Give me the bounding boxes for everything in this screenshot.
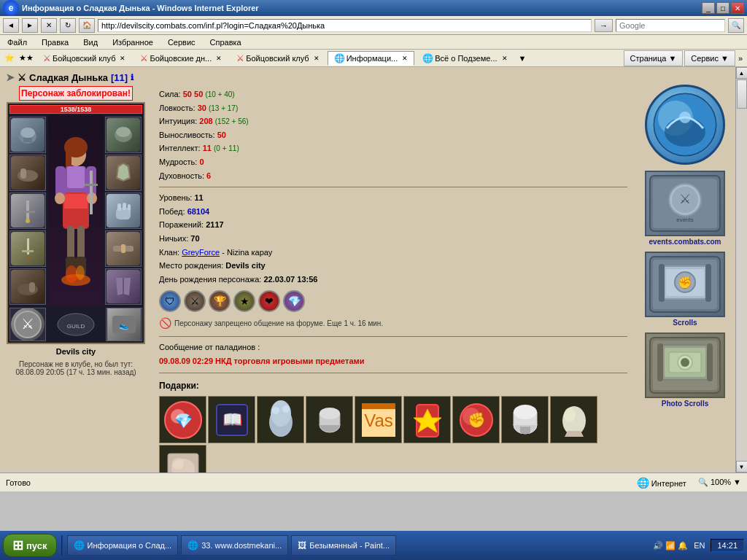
title-bar-controls: _ □ ✕ [702, 2, 744, 14]
equip-gloves[interactable] [105, 192, 142, 229]
window-title: Информация о Сладкая Дынька - Windows In… [22, 4, 259, 12]
back-button[interactable]: ◄ [3, 18, 19, 33]
toolbar-options[interactable]: » [737, 52, 744, 64]
equip-weapon[interactable] [9, 192, 46, 229]
equip-dagger[interactable] [9, 230, 46, 267]
svg-rect-19 [64, 194, 88, 209]
close-button[interactable]: ✕ [731, 2, 744, 14]
tab-active[interactable]: 🌐 Информаци... ✕ [328, 51, 415, 66]
taskbar-ie[interactable]: 🌐 Информация о Слад... [67, 535, 179, 556]
badge-4[interactable]: ★ [233, 290, 255, 312]
equip-belt[interactable] [105, 230, 142, 267]
gift-8[interactable] [501, 396, 549, 443]
clan-link[interactable]: GreyForce [182, 248, 220, 257]
search-input[interactable] [616, 19, 725, 32]
taskbar-dostek[interactable]: 🌐 33. www.dostmekani... [181, 535, 288, 556]
svg-rect-102 [657, 343, 663, 381]
service-button[interactable]: Сервис ▼ [684, 50, 735, 66]
equip-armor[interactable] [105, 155, 142, 191]
char-city: Devils city [53, 344, 98, 359]
forward-button[interactable]: ► [22, 18, 38, 33]
menu-file[interactable]: Файл [3, 36, 31, 48]
refresh-button[interactable]: ↻ [60, 18, 76, 33]
svg-point-80 [679, 112, 691, 123]
banner-events[interactable]: ⚔ events events.combats.com [638, 171, 732, 246]
tabs-bar: ⭐ ★★ ⚔ Бойцовский клуб ✕ ⚔ Бойцовские дн… [0, 50, 747, 67]
svg-text:👟: 👟 [119, 320, 129, 330]
equip-helmet[interactable] [9, 117, 46, 153]
badge-6[interactable]: 💎 [283, 290, 305, 312]
equip-shoulder[interactable] [105, 117, 142, 153]
tab-fav-3[interactable]: ⚔ Бойцовский клуб ✕ [230, 51, 325, 66]
svg-point-7 [26, 219, 30, 223]
equip-shoes-left[interactable] [9, 155, 46, 191]
scroll-down-button[interactable]: ▼ [736, 461, 748, 472]
stop-button[interactable]: ✕ [41, 18, 57, 33]
equip-pants[interactable] [105, 268, 142, 305]
equip-amulet[interactable]: ⚔ [9, 308, 46, 341]
svg-rect-20 [55, 166, 66, 197]
gift-6[interactable] [403, 396, 451, 443]
menu-help[interactable]: Справка [206, 36, 246, 48]
menu-edit[interactable]: Правка [37, 36, 73, 48]
stat-wisdom: Мудрость: 0 [159, 156, 627, 169]
scroll-up-button[interactable]: ▲ [736, 67, 748, 79]
search-go-button[interactable]: 🔍 [728, 18, 744, 33]
home-button[interactable]: 🏠 [79, 18, 95, 33]
svg-text:📖: 📖 [222, 410, 242, 429]
svg-point-72 [564, 408, 576, 422]
gift-9[interactable] [550, 396, 597, 443]
menu-tools[interactable]: Сервис [163, 36, 200, 48]
page-button[interactable]: Страница ▼ [624, 50, 684, 66]
badge-5[interactable]: ❤ [258, 290, 280, 312]
gift-5[interactable]: Vas [355, 396, 402, 443]
add-tab-button[interactable]: ⭐ [3, 52, 16, 64]
svg-point-10 [26, 255, 30, 260]
taskbar-paint[interactable]: 🖼 Безымянный - Paint... [291, 535, 396, 556]
scroll-thumb[interactable] [737, 79, 747, 109]
banner-photo-scrolls[interactable]: Photo Scrolls [638, 332, 732, 408]
banner-scrolls[interactable]: ✊ Scrolls [638, 252, 732, 327]
equip-shoes-right[interactable] [9, 268, 46, 305]
badge-3[interactable]: 🏆 [209, 290, 231, 312]
tab-fav-2[interactable]: ⚔ Бойцовские дн... ✕ [133, 51, 228, 66]
gift-3[interactable] [257, 396, 304, 443]
bottom-equip-row: ⚔ GUILD 👟 [8, 306, 144, 343]
tabs-overflow[interactable]: ▼ [516, 52, 530, 64]
tab-close-4[interactable]: ✕ [402, 55, 408, 62]
badge-2[interactable]: ⚔ [184, 290, 206, 312]
stat-birthday: День рождения персонажа: 22.03.07 13:56 [159, 273, 627, 287]
char-level: [11] [111, 72, 128, 83]
menu-view[interactable]: Вид [79, 36, 102, 48]
svg-rect-5 [26, 201, 29, 219]
minimize-button[interactable]: _ [702, 2, 715, 14]
badge-1[interactable]: 🛡 [159, 290, 181, 312]
gift-1[interactable]: 💎 [159, 396, 206, 443]
start-button[interactable]: ⊞ пуск [3, 534, 57, 557]
tab-close-1[interactable]: ✕ [120, 55, 125, 62]
banner-circle-top[interactable] [638, 85, 732, 165]
tab-close-3[interactable]: ✕ [314, 55, 320, 62]
go-button[interactable]: → [595, 19, 613, 32]
tab-fav-5[interactable]: 🌐 Всё о Подземе... ✕ [416, 51, 514, 66]
gift-7[interactable]: ✊ [452, 396, 500, 443]
favorites-button[interactable]: ★★ [18, 52, 35, 64]
char-body: Персонаж заблокирован! 1538/1538 [3, 85, 732, 472]
gift-10[interactable] [159, 445, 206, 472]
tab-close-5[interactable]: ✕ [502, 55, 508, 62]
gifts-divider [159, 373, 627, 373]
maximize-button[interactable]: □ [716, 2, 729, 14]
tab-close-2[interactable]: ✕ [216, 55, 222, 62]
address-input[interactable] [98, 19, 592, 32]
tab-fav-1[interactable]: ⚔ Бойцовский клуб ✕ [36, 51, 132, 66]
svg-text:⚔: ⚔ [21, 316, 34, 332]
char-info-icon[interactable]: ℹ [131, 73, 133, 82]
equip-ring[interactable]: 👟 [106, 308, 142, 341]
gift-4[interactable] [306, 396, 353, 443]
gift-2[interactable]: 📖 [208, 396, 255, 443]
menu-favorites[interactable]: Избранное [108, 36, 158, 48]
svg-rect-25 [85, 184, 98, 186]
svg-point-31 [66, 265, 77, 283]
status-bar: Готово 🌐 Интернет 🔍 100% ▼ [0, 472, 747, 491]
svg-rect-36 [117, 203, 121, 211]
